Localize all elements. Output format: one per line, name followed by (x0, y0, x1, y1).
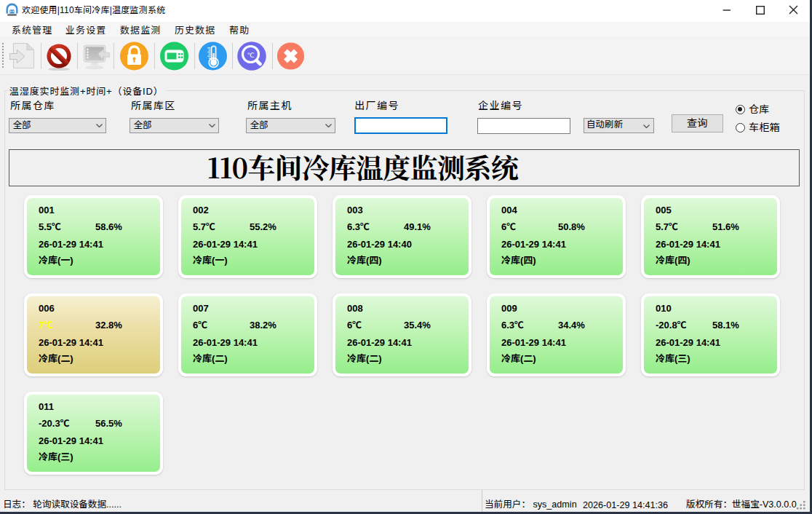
svg-text:℃: ℃ (247, 51, 254, 58)
